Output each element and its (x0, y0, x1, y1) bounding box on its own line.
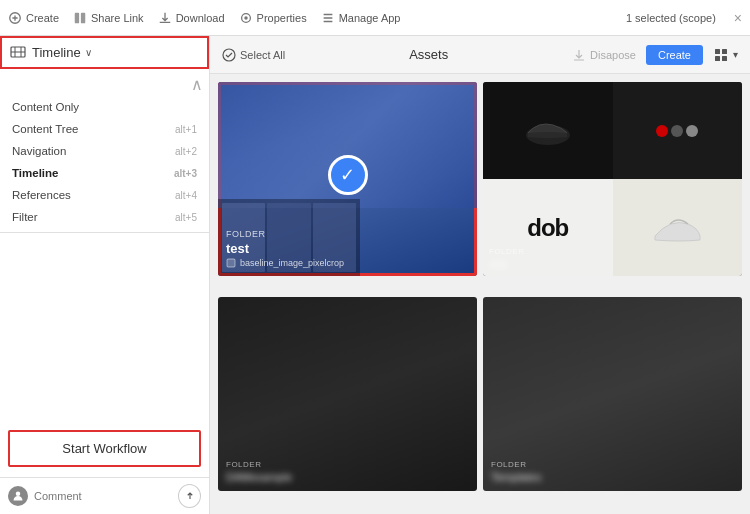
toolbar: Create Share Link Download Properties Ma… (0, 0, 750, 36)
shoe-detail-quad (613, 82, 743, 179)
folder-tag-templates: FOLDER (491, 460, 734, 469)
menu-item-navigation[interactable]: Navigation alt+2 (0, 140, 209, 162)
svg-point-6 (16, 492, 21, 497)
menu-item-content-only[interactable]: Content Only (0, 96, 209, 118)
assets-title: Assets (295, 47, 562, 62)
svg-point-7 (223, 49, 235, 61)
asset-card-templates[interactable]: FOLDER Templates (483, 297, 742, 491)
image-file-icon (226, 258, 236, 268)
user-avatar (8, 486, 28, 506)
view-dropdown-arrow[interactable]: ▾ (733, 49, 738, 60)
selected-label: 1 selected (scope) (626, 12, 716, 24)
view-toggle-btn[interactable]: ▾ (713, 47, 738, 63)
sidebar-dropdown-menu: ∧ Content Only Content Tree alt+1 Naviga… (0, 69, 209, 233)
comment-bar (0, 477, 209, 514)
shoe-icon (523, 113, 573, 148)
svg-rect-9 (722, 49, 727, 54)
folder-file-test: baseline_image_pixelcrop (226, 258, 469, 268)
shoe-text-quad: dob (483, 179, 613, 276)
sidebar: Timeline ∨ ∧ Content Only Content Tree a… (0, 36, 210, 514)
assets-grid: ✓ FOLDER test baseline_image_pixelcrop (210, 74, 750, 514)
send-comment-button[interactable] (178, 484, 201, 508)
svg-rect-8 (715, 49, 720, 54)
grid-view-icon (713, 47, 729, 63)
shoe-side-icon (650, 208, 705, 248)
assets-header: Select All Assets Disapose Create ▾ (210, 36, 750, 74)
folder-name-example: DAMexample (226, 471, 469, 483)
svg-rect-1 (75, 12, 79, 23)
svg-rect-10 (715, 56, 720, 61)
timeline-icon (10, 44, 26, 60)
comment-input[interactable] (34, 490, 172, 502)
asset-card-example[interactable]: FOLDER DAMexample (218, 297, 477, 491)
download-toolbar-btn[interactable]: Download (158, 11, 225, 25)
content-area: Select All Assets Disapose Create ▾ (210, 36, 750, 514)
svg-rect-11 (722, 56, 727, 61)
shoe-dark-quad (483, 82, 613, 179)
menu-item-filter[interactable]: Filter alt+5 (0, 206, 209, 228)
shoe-image-quad (613, 179, 743, 276)
svg-point-4 (244, 16, 248, 20)
manage-app-btn[interactable]: Manage App (321, 11, 401, 25)
menu-item-timeline[interactable]: Timeline alt+3 (0, 162, 209, 184)
send-icon (184, 490, 196, 502)
asset-card-dob[interactable]: dob FOLDER dob (483, 82, 742, 276)
asset-card-test[interactable]: ✓ FOLDER test baseline_image_pixelcrop (218, 82, 477, 276)
sidebar-header-label: Timeline (32, 45, 81, 60)
folder-tag-test: FOLDER (226, 229, 469, 239)
download-assets-btn[interactable]: Disapose (572, 48, 636, 62)
svg-rect-2 (81, 12, 85, 23)
select-all-btn[interactable]: Select All (222, 48, 285, 62)
create-asset-button[interactable]: Create (646, 45, 703, 65)
folder-tag-example: FOLDER (226, 460, 469, 469)
folder-name-test: test (226, 241, 469, 256)
start-workflow-button[interactable]: Start Workflow (8, 430, 201, 467)
properties-btn[interactable]: Properties (239, 11, 307, 25)
sidebar-timeline-header[interactable]: Timeline ∨ (0, 36, 209, 69)
selected-checkmark: ✓ (328, 155, 368, 195)
share-link-btn[interactable]: Share Link (73, 11, 144, 25)
main-container: Timeline ∨ ∧ Content Only Content Tree a… (0, 36, 750, 514)
select-all-icon (222, 48, 236, 62)
close-selection-btn[interactable]: × (734, 10, 742, 26)
create-toolbar-btn[interactable]: Create (8, 11, 59, 25)
folder-name-templates: Templates (491, 471, 734, 483)
menu-item-content-tree[interactable]: Content Tree alt+1 (0, 118, 209, 140)
chevron-down-icon: ∨ (85, 47, 92, 58)
scroll-up-icon[interactable]: ∧ (191, 75, 203, 94)
download-icon (572, 48, 586, 62)
svg-rect-12 (227, 259, 235, 267)
menu-item-references[interactable]: References alt+4 (0, 184, 209, 206)
